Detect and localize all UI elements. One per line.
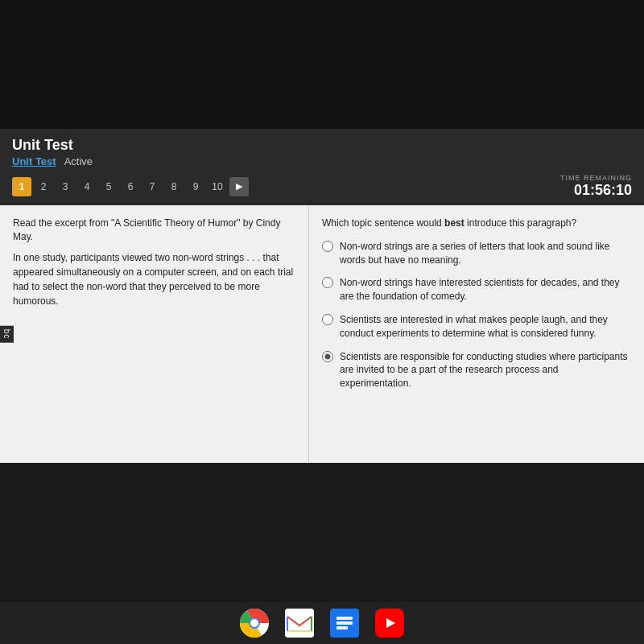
question-number-6[interactable]: 6 (121, 177, 140, 196)
taskbar (0, 602, 644, 644)
side-tab[interactable]: bc (0, 326, 14, 343)
answer-text-d: Scientists are responsible for conductin… (340, 350, 631, 390)
question-number-1[interactable]: 1 (12, 177, 31, 196)
radio-a[interactable] (322, 241, 333, 252)
question-number-7[interactable]: 7 (142, 177, 162, 196)
left-panel: Read the excerpt from "A Scientific Theo… (0, 205, 309, 463)
time-remaining-value: 01:56:10 (560, 182, 632, 199)
excerpt-body: In one study, participants viewed two no… (13, 250, 295, 308)
right-panel: Which topic sentence would best introduc… (309, 205, 644, 463)
time-remaining-label: TIME REMAINING (560, 174, 632, 182)
chrome-icon[interactable] (240, 609, 269, 638)
question-number-2[interactable]: 2 (34, 177, 53, 196)
next-question-arrow[interactable]: ▶ (229, 177, 249, 196)
question-number-8[interactable]: 8 (164, 177, 184, 196)
answer-option-b[interactable]: Non-word strings have interested scienti… (322, 276, 631, 303)
top-black-area (0, 0, 644, 129)
radio-c[interactable] (322, 314, 333, 325)
question-number-5[interactable]: 5 (99, 177, 118, 196)
bottom-bar (0, 463, 644, 511)
nav-row: 1 2 3 4 5 6 7 8 9 10 ▶ TIME REMAINING 01… (12, 174, 632, 199)
answer-text-b: Non-word strings have interested scienti… (340, 276, 631, 303)
question-numbers: 1 2 3 4 5 6 7 8 9 10 ▶ (12, 177, 249, 196)
time-remaining-display: TIME REMAINING 01:56:10 (560, 174, 632, 199)
breadcrumb: Unit Test Active (12, 155, 632, 167)
breadcrumb-status: Active (64, 155, 93, 167)
gmail-icon[interactable] (285, 609, 314, 638)
answer-option-d[interactable]: Scientists are responsible for conductin… (322, 350, 631, 390)
answer-option-c[interactable]: Scientists are interested in what makes … (322, 313, 631, 341)
question-number-3[interactable]: 3 (56, 177, 75, 196)
files-icon[interactable] (330, 609, 359, 638)
svg-rect-6 (336, 621, 353, 625)
question-number-9[interactable]: 9 (186, 177, 205, 196)
svg-rect-5 (336, 617, 353, 620)
radio-d[interactable] (322, 351, 333, 362)
youtube-icon[interactable] (375, 609, 404, 638)
svg-point-2 (250, 619, 258, 627)
answer-text-a: Non-word strings are a series of letters… (340, 240, 631, 267)
excerpt-intro: Read the excerpt from "A Scientific Theo… (13, 217, 295, 244)
question-number-4[interactable]: 4 (77, 177, 97, 196)
radio-b[interactable] (322, 277, 333, 288)
answer-text-c: Scientists are interested in what makes … (340, 313, 631, 341)
question-number-10[interactable]: 10 (208, 177, 227, 196)
svg-rect-7 (336, 626, 348, 630)
content-area: bc Read the excerpt from "A Scientific T… (0, 205, 644, 463)
page-title: Unit Test (12, 137, 632, 154)
breadcrumb-unit-test-link[interactable]: Unit Test (12, 155, 56, 167)
question-prompt: Which topic sentence would best introduc… (322, 217, 631, 230)
main-container: Unit Test Unit Test Active 1 2 3 4 5 6 7… (0, 129, 644, 205)
answer-option-a[interactable]: Non-word strings are a series of letters… (322, 240, 631, 267)
